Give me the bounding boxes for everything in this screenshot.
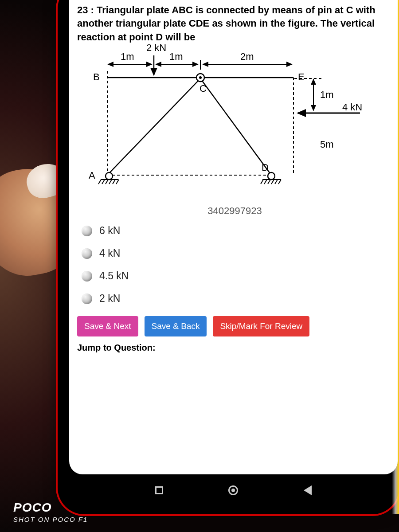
option-label: 2 kN: [99, 293, 120, 305]
point-D: D: [262, 162, 269, 173]
point-C: C: [200, 83, 207, 94]
option-2[interactable]: 4 kN: [82, 247, 392, 259]
option-4[interactable]: 2 kN: [82, 293, 392, 305]
button-row: Save & Next Save & Back Skip/Mark For Re…: [77, 316, 392, 336]
save-back-button[interactable]: Save & Back: [145, 316, 207, 336]
option-3[interactable]: 4.5 kN: [82, 270, 392, 282]
radio-icon: [82, 248, 92, 259]
brand-sub: SHOT ON POCO F1: [13, 516, 88, 523]
skip-button[interactable]: Skip/Mark For Review: [213, 316, 309, 336]
dim-5m: 5m: [320, 139, 334, 150]
force-right-label: 4 kN: [342, 102, 362, 113]
dim-2m: 2m: [240, 51, 254, 63]
recent-apps-icon[interactable]: [155, 486, 163, 494]
dim-1m-b: 1m: [169, 51, 183, 63]
dim-1m-a: 1m: [121, 51, 134, 63]
save-next-button[interactable]: Save & Next: [77, 316, 138, 336]
svg-line-4: [200, 78, 271, 175]
svg-point-9: [268, 172, 275, 180]
watermark-number: 3402997923: [77, 205, 392, 217]
options-group: 6 kN 4 kN 4.5 kN 2 kN: [82, 225, 392, 305]
question-diagram: 2 kN 1m 1m 2m B E C 1m 4 kN 5m A D: [76, 47, 387, 202]
radio-icon: [82, 293, 92, 304]
diagram-svg: [76, 47, 387, 202]
svg-point-8: [106, 172, 113, 180]
android-navbar: [69, 477, 398, 504]
svg-point-7: [199, 76, 202, 79]
option-1[interactable]: 6 kN: [82, 225, 392, 237]
radio-icon: [82, 271, 92, 282]
option-label: 4 kN: [99, 247, 120, 259]
phone-frame: Please Rotate the Device to view Questio…: [58, 0, 399, 514]
point-A: A: [89, 170, 95, 181]
option-label: 4.5 kN: [99, 270, 129, 282]
back-icon[interactable]: [304, 485, 312, 495]
question-text: 23 : Triangular plate ABC is connected b…: [77, 4, 392, 44]
svg-line-3: [107, 78, 200, 175]
point-B: B: [93, 71, 100, 83]
radio-icon: [82, 226, 92, 236]
jump-to-question-label: Jump to Question:: [77, 343, 392, 353]
point-E: E: [298, 71, 305, 83]
screen: Please Rotate the Device to view Questio…: [69, 0, 398, 474]
brand-title: POCO: [13, 501, 88, 515]
home-icon[interactable]: [228, 485, 238, 495]
dim-1m-right: 1m: [320, 89, 334, 101]
camera-watermark: POCO SHOT ON POCO F1: [13, 501, 88, 523]
force-top-label: 2 kN: [146, 42, 166, 54]
option-label: 6 kN: [99, 225, 120, 237]
